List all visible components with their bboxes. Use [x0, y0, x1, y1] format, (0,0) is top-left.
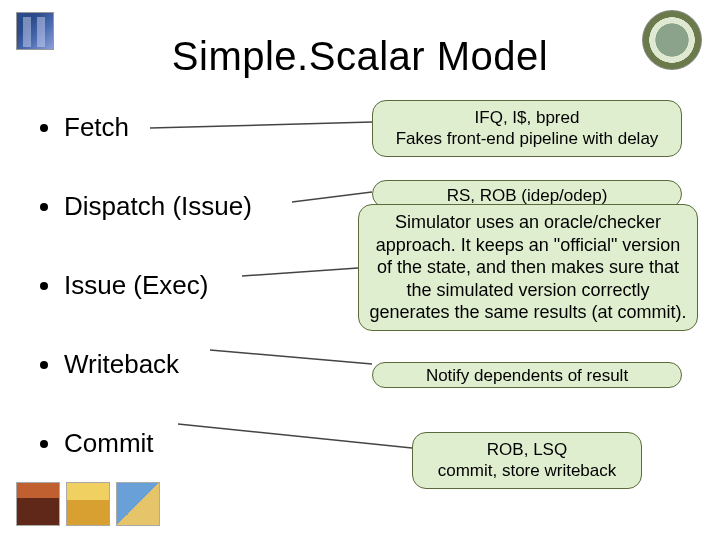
bullet-icon: [40, 440, 48, 448]
box-ifq: IFQ, I$, bpredFakes front-end pipeline w…: [372, 100, 682, 157]
box-oracle-info: Simulator uses an oracle/checker approac…: [358, 204, 698, 331]
stage-label: Fetch: [64, 112, 129, 143]
slide: Simple.Scalar Model Fetch Dispatch (Issu…: [0, 0, 720, 540]
thumb-icon: [66, 482, 110, 526]
box-notify: Notify dependents of result: [372, 362, 682, 388]
thumb-icon: [116, 482, 160, 526]
stage-issue: Issue (Exec): [40, 270, 340, 301]
thumb-icon: [16, 482, 60, 526]
stage-label: Writeback: [64, 349, 179, 380]
stage-commit: Commit: [40, 428, 340, 459]
box-commit: ROB, LSQcommit, store writeback: [412, 432, 642, 489]
bullet-icon: [40, 124, 48, 132]
stage-label: Issue (Exec): [64, 270, 209, 301]
decorative-thumbs-bottom: [16, 482, 160, 526]
stage-dispatch: Dispatch (Issue): [40, 191, 340, 222]
stage-label: Commit: [64, 428, 154, 459]
stage-writeback: Writeback: [40, 349, 340, 380]
stage-fetch: Fetch: [40, 112, 340, 143]
bullet-icon: [40, 203, 48, 211]
bullet-icon: [40, 361, 48, 369]
slide-title: Simple.Scalar Model: [0, 34, 720, 79]
pipeline-stage-list: Fetch Dispatch (Issue) Issue (Exec) Writ…: [40, 112, 340, 507]
stage-label: Dispatch (Issue): [64, 191, 252, 222]
bullet-icon: [40, 282, 48, 290]
